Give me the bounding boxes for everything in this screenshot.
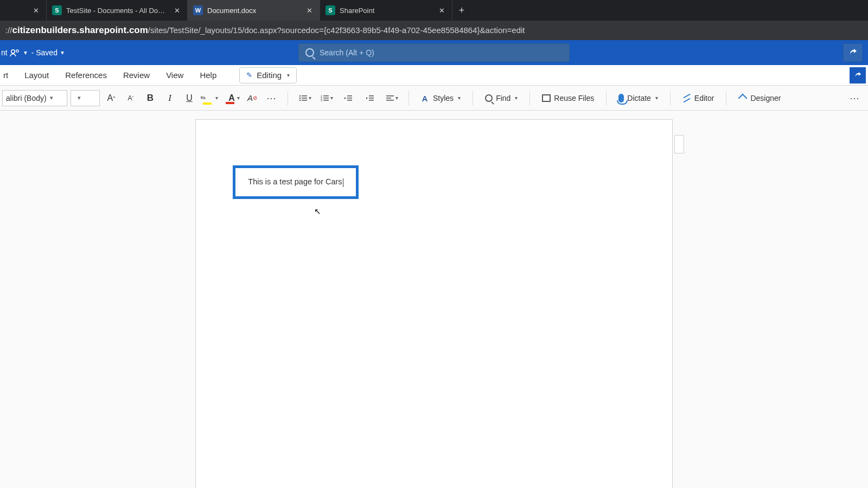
separator xyxy=(726,91,726,105)
search-placeholder: Search (Alt + Q) xyxy=(320,48,374,57)
chevron-down-icon: ▾ xyxy=(330,95,333,101)
designer-button[interactable]: Designer xyxy=(734,90,785,106)
styles-label: Styles xyxy=(433,94,454,102)
close-icon[interactable]: ✕ xyxy=(31,5,41,15)
url-text: ://citizenbuilders.sharepoint.com/sites/… xyxy=(5,25,525,36)
chevron-down-icon[interactable]: ▾ xyxy=(61,49,64,56)
sharing-status-icon[interactable] xyxy=(10,48,21,57)
tab-strip: ✕ S TestSite - Documents - All Docun ✕ W… xyxy=(0,0,868,21)
editor-label: Editor xyxy=(694,94,714,102)
numbered-list-icon: 123 xyxy=(321,94,329,102)
ribbon-tab-review[interactable]: Review xyxy=(122,67,151,83)
svg-rect-21 xyxy=(386,98,391,99)
font-name-value: alibri (Body) xyxy=(6,94,47,102)
svg-point-1 xyxy=(16,50,18,52)
new-tab-button[interactable]: + xyxy=(452,0,471,21)
mouse-cursor: ↖ xyxy=(314,207,321,216)
svg-rect-5 xyxy=(302,98,307,99)
designer-label: Designer xyxy=(750,94,781,102)
svg-rect-3 xyxy=(302,95,307,97)
text-box[interactable]: This is a test page for Cars xyxy=(233,165,359,199)
font-name-combo[interactable]: alibri (Body) ▾ xyxy=(2,90,67,106)
browser-tab-document[interactable]: W Document.docx ✕ xyxy=(188,0,320,21)
sharepoint-icon: S xyxy=(52,5,62,15)
svg-rect-16 xyxy=(347,100,352,101)
highlight-color-button[interactable]: ✎ ▾ xyxy=(201,90,219,106)
dictate-button[interactable]: Dictate ▾ xyxy=(614,90,662,106)
close-icon[interactable]: ✕ xyxy=(304,5,314,15)
more-font-button[interactable]: ⋯ xyxy=(264,90,280,106)
increase-indent-button[interactable] xyxy=(361,90,379,106)
bullets-icon xyxy=(299,94,308,102)
font-size-combo[interactable]: ▾ xyxy=(71,90,100,106)
underline-button[interactable]: U xyxy=(181,90,197,106)
ribbon-tab-view[interactable]: View xyxy=(165,67,184,83)
align-button[interactable]: ▾ xyxy=(382,90,401,106)
reuse-files-button[interactable]: Reuse Files xyxy=(538,90,598,106)
dictate-label: Dictate xyxy=(627,94,651,102)
svg-rect-17 xyxy=(369,95,374,97)
more-icon: ⋯ xyxy=(850,92,860,104)
svg-point-6 xyxy=(299,99,301,101)
grow-font-button[interactable]: A^ xyxy=(103,90,119,106)
address-bar[interactable]: ://citizenbuilders.sharepoint.com/sites/… xyxy=(0,21,868,40)
editor-button[interactable]: Editor xyxy=(678,90,719,106)
text-box-content: This is a test page for Cars xyxy=(248,177,343,187)
saved-status: - Saved xyxy=(31,48,58,57)
browser-tab-testsite[interactable]: S TestSite - Documents - All Docun ✕ xyxy=(47,0,188,21)
search-box[interactable]: Search (Alt + Q) xyxy=(298,43,570,62)
word-icon: W xyxy=(193,5,203,15)
share-ribbon-button[interactable] xyxy=(850,67,866,84)
chevron-down-icon: ▾ xyxy=(458,95,461,101)
document-canvas[interactable]: This is a test page for Cars ↖ xyxy=(0,111,868,488)
sharepoint-icon: S xyxy=(326,5,335,15)
highlight-swatch xyxy=(203,102,212,105)
ribbon-tab-help[interactable]: Help xyxy=(199,67,218,83)
ribbon-tab-references[interactable]: References xyxy=(64,67,108,83)
svg-rect-14 xyxy=(347,95,352,97)
chevron-down-icon: ▾ xyxy=(287,72,290,78)
share-button[interactable] xyxy=(843,43,863,62)
clear-formatting-button[interactable]: A⊘ xyxy=(244,90,260,106)
chevron-down-icon[interactable]: ▾ xyxy=(24,49,27,56)
svg-rect-22 xyxy=(386,100,394,101)
numbered-list-button[interactable]: 123 ▾ xyxy=(317,90,336,106)
document-page[interactable]: This is a test page for Cars ↖ xyxy=(195,119,673,488)
ribbon-tab-layout[interactable]: Layout xyxy=(23,67,50,83)
separator xyxy=(473,91,473,105)
italic-button[interactable]: I xyxy=(162,90,178,106)
bold-button[interactable]: B xyxy=(142,90,158,106)
pencil-icon: ✎ xyxy=(246,71,252,79)
styles-button[interactable]: Styles ▾ xyxy=(417,90,465,106)
ribbon-tab-insert[interactable]: rt xyxy=(2,67,9,83)
browser-tab-prev[interactable]: ✕ xyxy=(3,0,47,21)
align-icon xyxy=(386,94,394,102)
separator xyxy=(409,91,409,105)
browser-tab-sharepoint[interactable]: S SharePoint ✕ xyxy=(320,0,452,21)
tab-title: TestSite - Documents - All Docun xyxy=(66,7,168,15)
decrease-indent-button[interactable] xyxy=(339,90,358,106)
svg-rect-18 xyxy=(369,98,374,99)
separator xyxy=(606,91,607,105)
chevron-down-icon: ▾ xyxy=(237,95,240,101)
word-title-bar: nt ▾ - Saved ▾ Search (Alt + Q) xyxy=(0,40,868,65)
editing-mode-button[interactable]: ✎ Editing ▾ xyxy=(239,67,297,84)
font-color-swatch xyxy=(226,102,234,104)
find-button[interactable]: Find ▾ xyxy=(481,90,522,106)
font-color-button[interactable]: A ▾ xyxy=(222,90,241,106)
close-icon[interactable]: ✕ xyxy=(437,5,446,15)
reuse-files-icon xyxy=(542,94,551,102)
shrink-font-button[interactable]: Aˇ xyxy=(123,90,139,106)
tab-title: SharePoint xyxy=(340,7,432,15)
tab-title: Document.docx xyxy=(207,7,300,15)
toolbar-overflow-button[interactable]: ⋯ xyxy=(844,90,866,106)
close-icon[interactable]: ✕ xyxy=(172,5,182,15)
bullets-button[interactable]: ▾ xyxy=(296,90,314,106)
designer-icon xyxy=(738,94,747,102)
decrease-indent-icon xyxy=(344,94,353,102)
svg-rect-15 xyxy=(347,98,352,99)
chevron-down-icon: ▾ xyxy=(215,95,218,101)
reuse-files-label: Reuse Files xyxy=(554,94,594,102)
chevron-down-icon: ▾ xyxy=(78,94,81,101)
comment-marker[interactable] xyxy=(674,135,684,153)
